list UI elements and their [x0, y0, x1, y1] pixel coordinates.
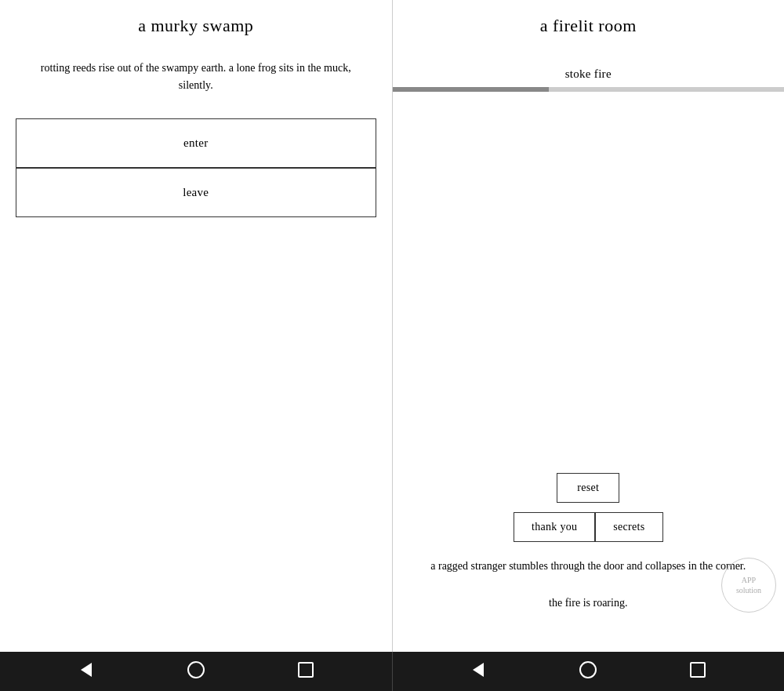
stoke-fire-section: stoke fire	[408, 67, 769, 92]
progress-bar-fill	[393, 87, 550, 92]
right-home-icon[interactable]	[576, 660, 600, 683]
home-circle-icon	[187, 661, 205, 682]
recents-square-icon-right	[690, 662, 706, 682]
left-screen: a murky swamp rotting reeds rise out of …	[0, 0, 393, 652]
reset-button[interactable]: reset	[557, 473, 619, 503]
narrative-line-1: a ragged stranger stumbles through the d…	[408, 557, 769, 576]
left-recents-icon[interactable]	[294, 660, 318, 683]
right-back-icon[interactable]	[466, 660, 490, 683]
right-recents-icon[interactable]	[686, 660, 710, 683]
stoke-fire-progress-bar	[393, 87, 785, 92]
enter-button[interactable]: enter	[16, 118, 376, 168]
home-circle-icon-right	[579, 661, 597, 682]
left-nav	[0, 652, 393, 691]
right-buttons-area: reset thank you secrets	[393, 473, 785, 558]
left-back-icon[interactable]	[74, 660, 98, 683]
secrets-button[interactable]: secrets	[595, 512, 662, 542]
watermark-line2: solution	[736, 585, 761, 595]
right-nav	[393, 652, 785, 691]
narrative-line-2: the fire is roaring.	[408, 594, 769, 613]
small-buttons-row: thank you secrets	[514, 512, 663, 542]
right-screen: a firelit room stoke fire reset thank yo…	[393, 0, 785, 652]
right-screen-title: a firelit room	[540, 16, 637, 36]
back-arrow-icon-right	[473, 663, 484, 681]
left-screen-description: rotting reeds rise out of the swampy ear…	[31, 60, 361, 95]
thank-you-button[interactable]: thank you	[514, 512, 595, 542]
left-home-icon[interactable]	[184, 660, 208, 683]
watermark: APP solution	[721, 558, 776, 613]
watermark-line1: APP	[742, 575, 756, 585]
navigation-bar	[0, 652, 784, 691]
back-arrow-icon	[81, 663, 92, 681]
narrative-text: a ragged stranger stumbles through the d…	[408, 557, 769, 613]
recents-square-icon	[298, 662, 314, 682]
left-screen-title: a murky swamp	[138, 16, 253, 36]
stoke-fire-label: stoke fire	[565, 67, 612, 81]
leave-button[interactable]: leave	[16, 168, 376, 217]
